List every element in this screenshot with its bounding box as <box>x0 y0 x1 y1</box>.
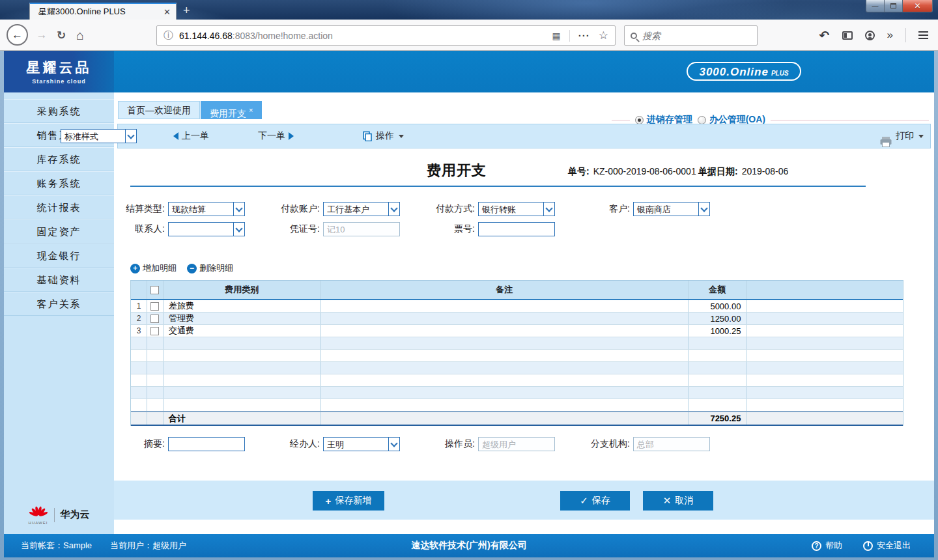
table-row-empty[interactable] <box>131 374 903 387</box>
new-tab-button[interactable]: + <box>183 3 190 18</box>
table-row-empty[interactable] <box>131 362 903 374</box>
check-icon: ✓ <box>580 495 588 507</box>
add-detail-button[interactable]: + 增加明细 <box>130 262 177 274</box>
contact-select[interactable] <box>168 222 245 236</box>
sidebar-item-inventory[interactable]: 库存系统 <box>4 147 114 171</box>
table-row[interactable]: 1 差旅费 5000.00 <box>131 300 903 313</box>
tab-close-icon[interactable]: × <box>249 106 253 114</box>
menu-icon[interactable] <box>918 31 928 39</box>
table-row-empty[interactable] <box>131 387 903 399</box>
row-checkbox[interactable] <box>150 315 159 323</box>
summary-input[interactable] <box>168 437 245 451</box>
home-button[interactable]: ⌂ <box>72 20 89 51</box>
operate-menu-button[interactable]: 操作 <box>362 124 404 148</box>
sidebar-panel-icon[interactable] <box>842 31 853 40</box>
sidebar-item-base-data[interactable]: 基础资料 <box>4 268 114 292</box>
chevron-down-icon[interactable] <box>233 203 244 216</box>
row-checkbox[interactable] <box>150 327 159 335</box>
remove-detail-button[interactable]: − 删除明细 <box>187 262 233 274</box>
chevron-down-icon[interactable] <box>233 223 244 236</box>
qr-icon[interactable]: ▦ <box>552 31 561 41</box>
agent-select[interactable]: 王明 <box>323 437 400 451</box>
radio-selected-icon[interactable] <box>635 116 644 124</box>
help-button[interactable]: ? 帮助 <box>812 540 842 552</box>
url-bar[interactable]: ⓘ 61.144.46.68:8083/home!home.action ▦ ·… <box>156 25 616 46</box>
total-amount: 7250.25 <box>689 412 747 425</box>
browser-search[interactable] <box>624 25 758 46</box>
logout-button[interactable]: 安全退出 <box>863 540 911 552</box>
chevron-down-icon[interactable] <box>388 438 399 451</box>
table-row[interactable]: 3 交通费 1000.25 <box>131 325 903 337</box>
caret-down-icon <box>399 135 404 138</box>
sidebar-item-reports[interactable]: 统计报表 <box>4 195 114 219</box>
overflow-icon[interactable]: » <box>887 29 893 42</box>
minimize-button[interactable]: — <box>866 0 885 12</box>
prev-doc-button[interactable]: 上一单 <box>173 124 209 148</box>
category-cell[interactable]: 管理费 <box>163 313 321 324</box>
category-cell[interactable]: 差旅费 <box>163 300 321 312</box>
search-input[interactable] <box>642 31 751 41</box>
ticket-input[interactable] <box>478 222 555 236</box>
site-info-icon[interactable]: ⓘ <box>163 29 173 42</box>
save-new-button[interactable]: + 保存新增 <box>313 491 384 511</box>
recent-activity-icon[interactable]: ↶ <box>819 28 830 43</box>
sidebar-item-crm[interactable]: 客户关系 <box>4 292 114 316</box>
table-row[interactable]: 2 管理费 1250.00 <box>131 313 903 325</box>
row-checkbox-cell <box>147 300 163 312</box>
radio-unselected-icon[interactable] <box>698 116 706 124</box>
forward-button[interactable]: → <box>34 20 50 51</box>
category-cell[interactable]: 交通费 <box>163 325 321 337</box>
voucher-input: 记10 <box>323 222 400 236</box>
pay-account-select[interactable]: 工行基本户 <box>323 202 400 216</box>
reload-button[interactable]: ↻ <box>53 20 69 51</box>
browser-tab[interactable]: 星耀3000.Online PLUS ✕ <box>29 3 177 20</box>
note-cell[interactable] <box>321 325 689 337</box>
tab-expense[interactable]: 费用开支× <box>201 101 262 119</box>
document-number: 单号:KZ-000-2019-08-06-0001 <box>568 166 696 178</box>
contact-label: 联系人: <box>112 223 168 235</box>
print-button[interactable]: 打印 <box>896 124 924 148</box>
next-doc-label: 下一单 <box>258 130 285 142</box>
field-pay-method: 付款方式: 银行转账 <box>422 202 555 216</box>
settle-type-select[interactable]: 现款结算 <box>168 202 245 216</box>
amount-cell[interactable]: 1250.00 <box>689 313 747 324</box>
amount-header: 金额 <box>689 281 747 299</box>
maximize-button[interactable] <box>885 0 903 12</box>
tab-close-icon[interactable]: ✕ <box>163 7 171 17</box>
detail-actions: + 增加明细 − 删除明细 <box>130 262 233 274</box>
sidebar-item-fixed-assets[interactable]: 固定资产 <box>4 219 114 244</box>
table-row-empty[interactable] <box>131 337 903 350</box>
bookmark-star-icon[interactable]: ☆ <box>599 29 608 42</box>
chevron-down-icon[interactable] <box>698 203 709 216</box>
account-icon[interactable] <box>865 31 875 40</box>
field-branch: 分支机构: 总部 <box>577 437 710 451</box>
url-text: 61.144.46.68:8083/home!home.action <box>179 31 552 41</box>
chevron-down-icon[interactable] <box>125 130 136 143</box>
page-actions-icon[interactable]: ··· <box>578 30 590 41</box>
pay-method-select[interactable]: 银行转账 <box>478 202 555 216</box>
sidebar-item-accounting[interactable]: 账务系统 <box>4 171 114 195</box>
tab-home-welcome[interactable]: 首页—欢迎使用 <box>118 101 200 119</box>
print-style-select[interactable]: 标准样式 <box>61 129 137 143</box>
amount-cell[interactable]: 1000.25 <box>689 325 747 337</box>
chevron-down-icon[interactable] <box>543 203 554 216</box>
customer-select[interactable]: 银南商店 <box>633 202 710 216</box>
cancel-button[interactable]: ✕ 取消 <box>643 491 713 511</box>
printer-icon[interactable] <box>879 130 892 154</box>
select-all-checkbox[interactable] <box>150 286 159 294</box>
next-doc-button[interactable]: 下一单 <box>258 124 294 148</box>
chevron-down-icon[interactable] <box>388 203 399 216</box>
back-button[interactable]: ← <box>7 24 28 46</box>
sidebar-item-purchase[interactable]: 采购系统 <box>4 99 114 123</box>
amount-cell[interactable]: 5000.00 <box>689 300 747 312</box>
row-checkbox[interactable] <box>150 302 159 311</box>
logout-label: 安全退出 <box>877 540 911 552</box>
table-row-empty[interactable] <box>131 399 903 412</box>
note-cell[interactable] <box>321 313 689 324</box>
table-row-empty[interactable] <box>131 350 903 362</box>
save-button[interactable]: ✓ 保存 <box>560 491 630 511</box>
note-cell[interactable] <box>321 300 689 312</box>
close-window-button[interactable]: ✕ <box>903 0 933 12</box>
branch-input: 总部 <box>633 437 710 451</box>
sidebar-item-cash-bank[interactable]: 现金银行 <box>4 244 114 268</box>
